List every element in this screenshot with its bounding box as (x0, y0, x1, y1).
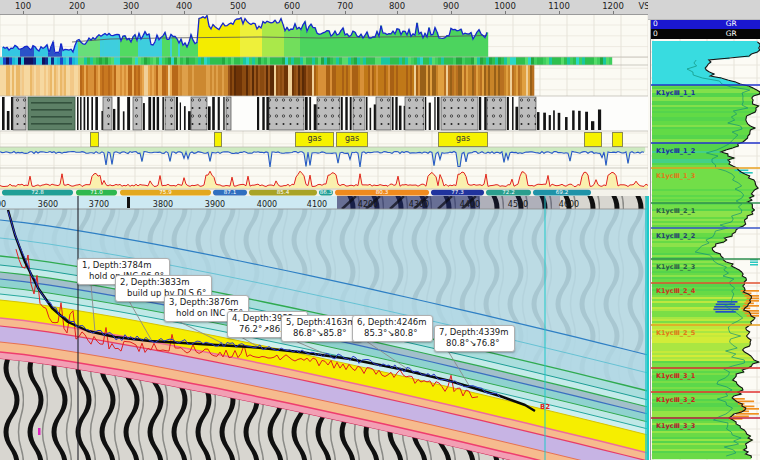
annotation-number: 2, (120, 277, 128, 287)
inclination-bar: 72.871.075.987.185.486.380.377.372.269.2 (0, 189, 648, 196)
inclination-value: 87.1 (224, 189, 237, 195)
steering-annotation[interactable]: 5, Depth:4163m86.8°↘85.8° (281, 315, 362, 342)
gas-label: gas (438, 132, 488, 147)
annotation-number: 3, (169, 297, 177, 307)
depth-tick-label: 4200 (358, 200, 378, 209)
vs-tick-label: 900 (443, 1, 459, 11)
panel-divider (647, 196, 649, 460)
inclination-value: 75.9 (159, 189, 172, 195)
formation-label: K1ycⅢ_2_4 (656, 287, 696, 295)
gr-track-header-2[interactable]: 0 GR (651, 29, 760, 39)
vs-ruler[interactable]: 100200300400500600700800900100011001200V… (0, 0, 648, 15)
inclination-value: 72.2 (502, 189, 514, 195)
inclination-value: 80.3 (376, 189, 389, 195)
vs-tick-mark (23, 11, 24, 14)
vs-tick-mark (131, 11, 132, 14)
depth-tick-label: 3700 (89, 200, 109, 209)
annotation-depth: Depth:3876m (180, 297, 239, 307)
inclination-value: 72.8 (31, 189, 44, 195)
formation-label: K1ycⅢ_2_3 (656, 263, 695, 271)
depth-tick-label: 3500 (0, 200, 6, 209)
log-tracks-canvas[interactable]: 72.871.075.987.185.486.380.377.372.269.2 (0, 14, 648, 196)
gas-label: gas (336, 132, 368, 147)
log-tracks-panel[interactable]: 72.871.075.987.185.486.380.377.372.269.2 (0, 14, 648, 196)
formation-label: K1ycⅢ_3_3 (656, 422, 695, 430)
formation-label: K1ycⅢ_3_1 (656, 372, 696, 380)
depth-tick-label: 3600 (38, 200, 58, 209)
marker-tick (38, 428, 41, 435)
gas-label: gas (295, 132, 334, 147)
annotation-depth: Depth:3833m (131, 277, 190, 287)
gas-label (214, 132, 222, 147)
vs-tick-label: 700 (337, 1, 353, 11)
formation-label: K1ycⅢ_1_2 (656, 147, 695, 155)
inclination-value: 77.3 (451, 189, 464, 195)
gr-correlation-panel[interactable]: 0 GR 0 GR K1ycⅢ_1_1K1ycⅢ_1_2K1ycⅢ_1_3K1y… (650, 0, 760, 460)
vs-tick-label: 200 (69, 1, 85, 11)
formation-label: K1ycⅢ_2_2 (656, 232, 695, 240)
annotation-number: 1, (82, 260, 90, 270)
gr-plot-canvas[interactable]: K1ycⅢ_1_1K1ycⅢ_1_2K1ycⅢ_1_3K1ycⅢ_2_1K1yc… (651, 39, 760, 460)
annotation-action: 86.8°↘85.8° (286, 328, 356, 339)
formation-label: K1ycⅢ_2_5 (656, 329, 696, 337)
vs-tick-mark (559, 11, 560, 14)
inclination-value: 69.2 (556, 189, 568, 195)
depth-tick-label: 4400 (460, 200, 480, 209)
vs-tick-label: 300 (123, 1, 139, 11)
vs-tick-label: 1000 (494, 1, 516, 11)
gas-label (90, 132, 99, 147)
formation-label: K1ycⅢ_1_1 (656, 89, 696, 97)
annotation-action: 85.3°↘80.8° (357, 328, 427, 339)
annotation-action: 80.8°↘76.8° (439, 338, 509, 349)
gr-curve-name: GR (726, 29, 737, 39)
steering-annotation[interactable]: 7, Depth:4339m80.8°↘76.8° (434, 325, 515, 352)
depth-tick-label: 4500 (508, 200, 528, 209)
vs-tick-label: 1200 (602, 1, 624, 11)
gas-label (612, 132, 623, 147)
steering-annotation[interactable]: 6, Depth:4246m85.3°↘80.8° (352, 315, 433, 342)
depth-tick-label: 3800 (153, 200, 173, 209)
annotation-depth: Depth:3784m (93, 260, 152, 270)
annotation-number: 7, (439, 327, 447, 337)
depth-tick-label: 4000 (257, 200, 277, 209)
depth-tick-label: 4100 (307, 200, 327, 209)
formation-label: K1ycⅢ_3_2 (656, 396, 695, 404)
vs-tick-mark (184, 11, 185, 14)
vs-tick-label: 600 (284, 1, 300, 11)
track-color-stripe (0, 57, 612, 65)
gas-label (584, 132, 602, 147)
vs-tick-mark (238, 11, 239, 14)
vs-tick-mark (451, 11, 452, 14)
formation-label: K1ycⅢ_1_3 (656, 172, 695, 180)
inclination-value: 71.0 (90, 189, 103, 195)
vs-tick-label: 1100 (548, 1, 570, 11)
gr-scale-min: 0 (653, 29, 658, 39)
inclination-value: 86.3 (320, 189, 333, 195)
vs-tick-mark (613, 11, 614, 14)
vs-tick-label: 100 (15, 1, 31, 11)
geosteering-app: 100200300400500600700800900100011001200V… (0, 0, 760, 460)
ruler-section-mark (127, 197, 130, 208)
gr-scale-min: 0 (653, 19, 658, 29)
formation-label: K1ycⅢ_2_1 (656, 207, 696, 215)
vs-tick-mark (345, 11, 346, 14)
vs-tick-mark (292, 11, 293, 14)
depth-tick-label: 4600 (559, 200, 579, 209)
inclination-value: 85.4 (277, 189, 290, 195)
annotation-depth: Depth:4246m (368, 317, 427, 327)
vs-tick-mark (77, 11, 78, 14)
annotation-number: 6, (357, 317, 365, 327)
annotation-number: 5, (286, 317, 294, 327)
annotation-number: 4, (232, 313, 240, 323)
gr-curve-name: GR (726, 19, 737, 29)
gr-track-header-1[interactable]: 0 GR (651, 19, 760, 29)
ruler-corner (648, 0, 760, 20)
depth-tick-label: 3900 (205, 200, 225, 209)
vs-tick-label: 400 (176, 1, 192, 11)
vs-tick-label: 800 (389, 1, 405, 11)
track-lithology (0, 96, 648, 131)
vs-tick-label: 500 (230, 1, 246, 11)
annotation-depth: Depth:4339m (450, 327, 509, 337)
vs-tick-mark (505, 11, 506, 14)
annotation-depth: Depth:4163m (297, 317, 356, 327)
